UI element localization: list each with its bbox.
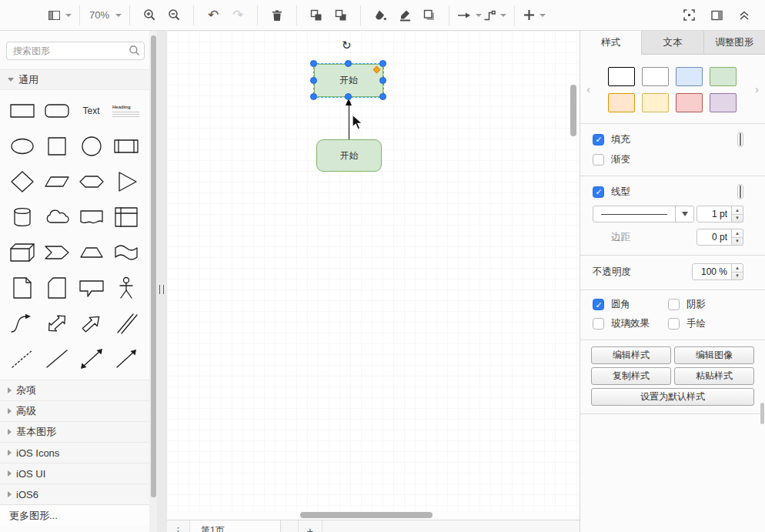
shape-card[interactable] — [39, 272, 74, 304]
line-style-dropdown[interactable] — [593, 206, 694, 223]
shape-square[interactable] — [39, 130, 74, 162]
style-swatch-blue[interactable] — [676, 67, 703, 86]
line-width-stepper[interactable]: ▲▼ — [732, 206, 743, 223]
style-swatch-green[interactable] — [710, 67, 737, 86]
style-swatch-red[interactable] — [676, 93, 703, 112]
resize-handle-n[interactable] — [345, 60, 352, 67]
shape-actor[interactable] — [109, 272, 143, 304]
delete-button[interactable] — [266, 4, 289, 27]
resize-handle-sw[interactable] — [310, 93, 317, 100]
view-format-button[interactable] — [48, 4, 72, 27]
to-front-button[interactable] — [305, 4, 328, 27]
zoom-level-dropdown[interactable]: 70% — [88, 4, 122, 27]
fill-color-picker[interactable] — [737, 132, 743, 147]
sidebar-section-ios-icons[interactable]: iOS Icons — [0, 442, 151, 463]
shape-internal-storage[interactable] — [109, 201, 143, 233]
page-tab-1[interactable]: 第1页 — [190, 520, 281, 532]
zoom-in-button[interactable] — [138, 4, 161, 27]
shape-rounded-rectangle[interactable] — [39, 95, 74, 127]
glass-checkbox[interactable] — [593, 318, 604, 330]
shadow-button[interactable] — [418, 4, 441, 27]
perimeter-input[interactable] — [697, 229, 732, 246]
more-shapes-button[interactable]: 更多图形... — [0, 504, 151, 526]
shape-tape[interactable] — [109, 236, 143, 269]
edit-image-button[interactable]: 编辑图像 — [674, 346, 754, 364]
opacity-stepper[interactable]: ▲▼ — [732, 263, 743, 280]
search-shapes-input[interactable] — [6, 42, 145, 60]
style-swatch-orange[interactable] — [608, 93, 635, 112]
format-panel-toggle-button[interactable] — [705, 4, 728, 27]
edit-style-button[interactable]: 编辑样式 — [591, 346, 671, 364]
resize-handle-e[interactable] — [379, 77, 386, 84]
shape-bidirectional-arrow[interactable] — [39, 307, 74, 340]
line-width-input[interactable] — [697, 206, 732, 223]
style-swatch-gray[interactable] — [642, 67, 669, 86]
shape-arrow[interactable] — [74, 307, 109, 340]
shape-curve[interactable] — [5, 307, 39, 340]
sidebar-scrollbar-thumb[interactable] — [151, 35, 156, 497]
swatch-prev-button[interactable]: ‹ — [586, 82, 590, 95]
resize-handle-nw[interactable] — [310, 60, 317, 67]
sketch-checkbox[interactable] — [668, 318, 680, 330]
node-start[interactable]: 开始 — [316, 139, 382, 172]
resize-handle-s[interactable] — [345, 93, 352, 100]
opacity-input[interactable] — [692, 263, 732, 280]
resize-handle-ne[interactable] — [379, 60, 386, 67]
rounded-checkbox[interactable] — [593, 299, 604, 310]
shape-hexagon[interactable] — [74, 166, 109, 198]
style-swatch-white[interactable] — [608, 67, 635, 86]
connection-style-button[interactable] — [457, 4, 482, 27]
canvas-horizontal-scrollbar-track[interactable] — [167, 510, 580, 520]
line-checkbox[interactable] — [593, 186, 604, 198]
shape-document[interactable] — [74, 201, 109, 233]
shape-cylinder[interactable] — [5, 201, 39, 233]
waypoint-style-button[interactable] — [483, 4, 506, 27]
fullscreen-button[interactable] — [677, 4, 700, 27]
shape-step[interactable] — [39, 236, 74, 269]
shape-directional-connector[interactable] — [109, 343, 143, 375]
shape-circle[interactable] — [74, 130, 109, 162]
shape-parallelogram[interactable] — [39, 166, 74, 198]
edge-connector[interactable] — [349, 105, 349, 139]
shape-line[interactable] — [39, 343, 74, 375]
shape-text[interactable]: Text — [74, 95, 109, 127]
insert-button[interactable] — [523, 4, 546, 27]
fill-checkbox[interactable] — [593, 134, 604, 146]
style-swatch-purple[interactable] — [710, 93, 737, 112]
tab-arrange[interactable]: 调整图形 — [703, 31, 765, 55]
paste-style-button[interactable]: 粘贴样式 — [674, 367, 754, 385]
copy-style-button[interactable]: 复制样式 — [591, 367, 671, 385]
shape-note[interactable] — [5, 272, 39, 304]
fill-color-button[interactable] — [369, 4, 392, 27]
sidebar-section-ios6[interactable]: iOS6 — [0, 483, 151, 504]
canvas-horizontal-scrollbar[interactable] — [300, 512, 433, 518]
set-default-style-button[interactable]: 设置为默认样式 — [591, 388, 754, 406]
shape-ellipse[interactable] — [5, 130, 39, 162]
to-back-button[interactable] — [329, 4, 352, 27]
perimeter-stepper[interactable]: ▲▼ — [732, 229, 743, 246]
shape-trapezoid[interactable] — [74, 236, 109, 269]
shape-diamond[interactable] — [5, 166, 39, 198]
tab-style[interactable]: 样式 — [580, 31, 641, 55]
redo-button[interactable]: ↷ — [226, 4, 249, 27]
shape-callout[interactable] — [74, 272, 109, 304]
shape-triangle[interactable] — [109, 166, 143, 198]
shape-cube[interactable] — [5, 236, 39, 269]
tab-text[interactable]: 文本 — [641, 31, 703, 55]
swatch-next-button[interactable]: › — [755, 82, 759, 95]
sidebar-resize-gutter[interactable] — [157, 31, 167, 532]
shape-process[interactable] — [109, 130, 143, 162]
sidebar-section-ios-ui[interactable]: iOS UI — [0, 463, 151, 483]
rotate-handle-icon[interactable]: ↻ — [342, 38, 352, 52]
undo-button[interactable]: ↶ — [202, 4, 225, 27]
pages-menu-button[interactable]: ⋮ — [167, 520, 190, 532]
sidebar-section-misc[interactable]: 杂项 — [0, 380, 151, 400]
zoom-out-button[interactable] — [162, 4, 185, 27]
canvas-grid[interactable] — [167, 31, 580, 510]
shape-cloud[interactable] — [39, 201, 74, 233]
shape-link[interactable] — [109, 307, 143, 340]
shape-dashed-line[interactable] — [5, 343, 39, 375]
shape-bidirectional-connector[interactable] — [74, 343, 109, 375]
diagram-canvas[interactable]: ↻ 开始 开始 ⋮ 第1 — [167, 31, 580, 532]
add-page-button[interactable]: + — [298, 520, 322, 532]
